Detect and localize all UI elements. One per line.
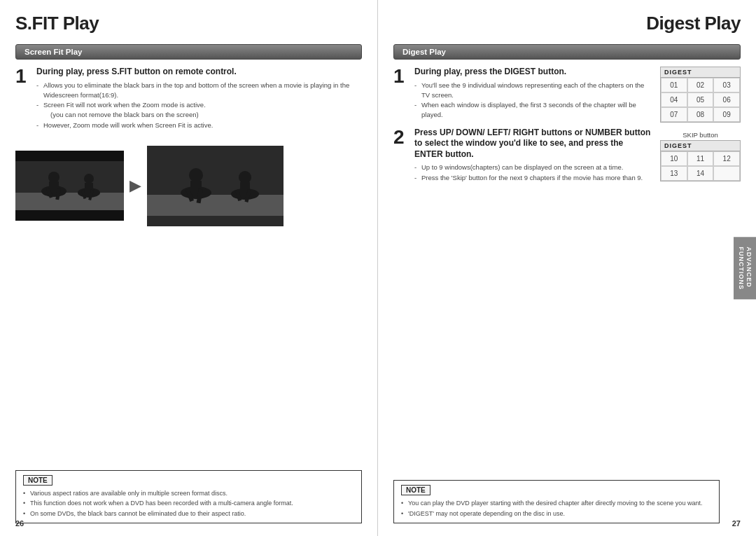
- digest-panel: DIGEST 01 02 03 04 05 06 07 08 09 SKIP b…: [660, 67, 741, 188]
- d2-cell-1: 11: [687, 151, 714, 166]
- skater-image-right: [147, 146, 284, 226]
- step-2-right-title: Press UP/ DOWN/ LEFT/ RIGHT buttons or N…: [414, 128, 653, 160]
- step-1-bullets: Allows you to eliminate the black bars i…: [36, 81, 362, 130]
- left-note-label: NOTE: [23, 475, 52, 486]
- svg-rect-15: [147, 195, 284, 216]
- step-1-number: 1: [15, 67, 31, 86]
- left-page: S.FIT Play Screen Fit Play 1 During play…: [0, 0, 378, 536]
- d1-cell-2: 03: [713, 78, 740, 92]
- screen-fit-play-label: Screen Fit Play: [15, 44, 362, 60]
- d1-cell-5: 06: [713, 92, 740, 107]
- bullet-3: (you can not remove the black bars on th…: [36, 110, 362, 120]
- step-1-right-content: During play, press the DIGEST button. Yo…: [414, 67, 653, 121]
- r-bullet-2: When each window is displayed, the first…: [414, 100, 653, 121]
- d1-cell-4: 05: [687, 92, 714, 107]
- right-note-1: You can play the DVD player starting wit…: [401, 498, 712, 508]
- d1-cell-3: 04: [661, 92, 687, 107]
- svg-rect-2: [15, 210, 124, 221]
- left-note-bullets: Various aspect ratios are available only…: [23, 488, 354, 518]
- left-note-section: NOTE Various aspect ratios are available…: [15, 470, 362, 523]
- step-2-right: 2 Press UP/ DOWN/ LEFT/ RIGHT buttons or…: [393, 128, 653, 183]
- svg-point-17: [189, 168, 203, 182]
- d1-cell-0: 01: [661, 78, 687, 92]
- d1-cell-7: 08: [687, 107, 714, 122]
- step-1-right-bullets: You'll see the 9 individual windows repr…: [414, 81, 653, 121]
- left-title: S.FIT Play: [15, 13, 362, 34]
- d2-cell-0: 10: [661, 151, 687, 166]
- right-note-2: 'DIGEST' may not operate depending on th…: [401, 509, 712, 518]
- left-note-1: Various aspect ratios are available only…: [23, 488, 354, 498]
- svg-point-22: [239, 171, 251, 184]
- left-page-number: 26: [15, 519, 24, 528]
- step-2-right-number: 2: [393, 128, 409, 147]
- images-row: ▶: [15, 146, 362, 226]
- step-1-content: During play, press S.FIT button on remot…: [36, 67, 362, 130]
- d1-cell-8: 09: [713, 107, 740, 122]
- r-bullet-1: You'll see the 9 individual windows repr…: [414, 81, 653, 101]
- arrow-icon: ▶: [130, 177, 141, 195]
- step-1-container: 1 During play, press S.FIT button on rem…: [15, 67, 362, 130]
- step-2-right-bullets: Up to 9 windows(chapters) can be display…: [414, 163, 653, 183]
- digest-box-1: DIGEST 01 02 03 04 05 06 07 08 09: [660, 67, 741, 123]
- right-title: Digest Play: [393, 13, 741, 34]
- left-note-3: On some DVDs, the black bars cannot be e…: [23, 509, 354, 518]
- skater-image-left: [15, 151, 124, 221]
- right-page: Digest Play Digest Play 1 During play, p…: [378, 0, 756, 536]
- step-1-title: During play, press S.FIT button on remot…: [36, 67, 362, 78]
- right-note-label: NOTE: [401, 485, 430, 495]
- svg-rect-3: [15, 193, 124, 210]
- right-note-bullets: You can play the DVD player starting wit…: [401, 498, 712, 518]
- digest-title-1: DIGEST: [661, 67, 740, 78]
- digest-play-label: Digest Play: [393, 44, 741, 60]
- adv-tab-text: ADVANCEDFUNCTIONS: [738, 247, 752, 290]
- right-content: 1 During play, press the DIGEST button. …: [393, 67, 741, 188]
- right-page-number: 27: [732, 519, 741, 528]
- page-spread: S.FIT Play Screen Fit Play 1 During play…: [0, 0, 756, 536]
- svg-point-5: [48, 172, 59, 183]
- right-main: 1 During play, press the DIGEST button. …: [393, 67, 653, 188]
- d1-cell-6: 07: [661, 107, 687, 122]
- digest-box-2: DIGEST 10 11 12 13 14: [660, 140, 741, 181]
- bullet-2: Screen Fit will not work when the Zoom m…: [36, 100, 362, 110]
- step-1-right-title: During play, press the DIGEST button.: [414, 67, 653, 78]
- digest-title-2: DIGEST: [661, 141, 740, 151]
- d1-cell-1: 02: [687, 78, 714, 92]
- svg-point-10: [84, 174, 94, 184]
- bullet-4: However, Zoom mode will work when Screen…: [36, 121, 362, 130]
- bullet-1: Allows you to eliminate the black bars i…: [36, 81, 362, 101]
- d2-cell-3: 13: [661, 166, 687, 181]
- left-note-2: This function does not work when a DVD h…: [23, 498, 354, 508]
- digest-grid-2: 10 11 12 13 14: [661, 151, 740, 181]
- d2-cell-2: 12: [713, 151, 740, 166]
- step-1-right: 1 During play, press the DIGEST button. …: [393, 67, 653, 121]
- d2-cell-empty: [713, 166, 740, 181]
- advanced-functions-tab: ADVANCEDFUNCTIONS: [734, 237, 756, 300]
- d2-cell-4: 14: [687, 166, 714, 181]
- digest-grid-1: 01 02 03 04 05 06 07 08 09: [661, 78, 740, 122]
- skip-button-label: SKIP button: [660, 128, 741, 140]
- r2-bullet-1: Up to 9 windows(chapters) can be display…: [414, 163, 653, 172]
- r2-bullet-2: Press the 'Skip' button for the next 9 c…: [414, 173, 653, 183]
- step-1-right-number: 1: [393, 67, 409, 86]
- right-note-section: NOTE You can play the DVD player startin…: [393, 480, 720, 523]
- step-2-right-content: Press UP/ DOWN/ LEFT/ RIGHT buttons or N…: [414, 128, 653, 183]
- svg-rect-1: [15, 151, 124, 161]
